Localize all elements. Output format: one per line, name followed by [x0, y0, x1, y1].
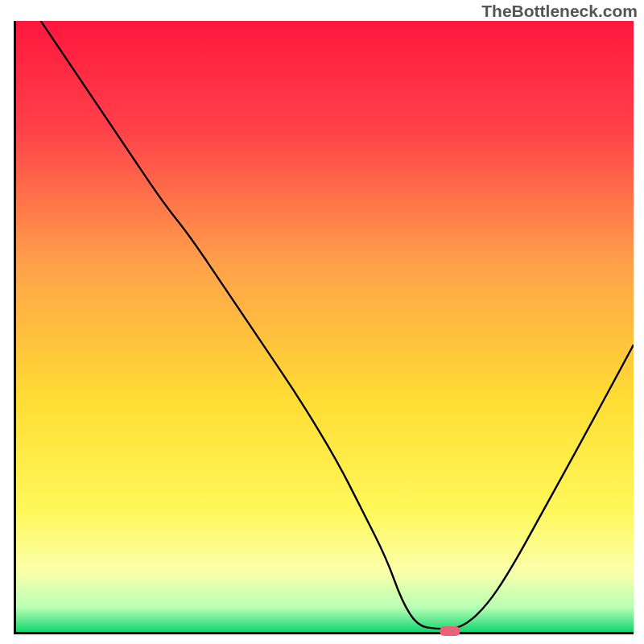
highlight-marker [440, 626, 460, 636]
chart-background [16, 21, 634, 632]
chart-svg [16, 21, 634, 632]
watermark-text: TheBottleneck.com [481, 2, 638, 21]
chart-axes [14, 21, 634, 634]
